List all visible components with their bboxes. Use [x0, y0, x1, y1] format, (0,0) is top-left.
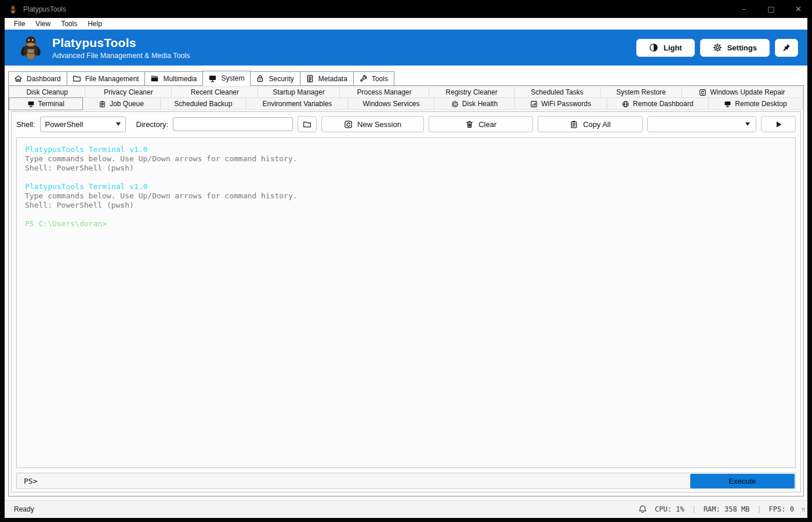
subtab-system-restore[interactable]: System Restore — [600, 86, 682, 98]
tab-label: System — [221, 74, 244, 82]
clear-label: Clear — [478, 120, 496, 129]
maximize-button[interactable]: □ — [757, 0, 785, 18]
subtab-windows-update-repair[interactable]: Windows Update Repair — [682, 86, 803, 98]
status-pi: π — [802, 506, 805, 513]
directory-input[interactable] — [173, 117, 293, 131]
tab-file-management[interactable]: File Management — [67, 71, 146, 86]
tab-system[interactable]: System — [202, 71, 251, 86]
app-window: File View Tools Help PlatypusTools Advan… — [5, 18, 807, 518]
tab-label: Security — [269, 75, 293, 83]
run-button[interactable] — [761, 116, 796, 132]
tab-metadata[interactable]: Metadata — [300, 71, 354, 86]
status-fps: FPS: 0 — [769, 505, 794, 513]
execute-button[interactable]: Execute — [690, 474, 795, 488]
tab-dashboard[interactable]: Dashboard — [8, 71, 67, 86]
subtab-label: Disk Cleanup — [26, 88, 67, 96]
subtab-label: Privacy Cleaner — [104, 88, 153, 96]
copy-all-label: Copy All — [583, 120, 611, 129]
pin-button[interactable] — [775, 39, 798, 57]
menu-file[interactable]: File — [9, 19, 30, 28]
update-repair-icon — [699, 89, 706, 96]
subtab-disk-cleanup[interactable]: Disk Cleanup — [9, 86, 85, 98]
bell-icon[interactable] — [638, 505, 647, 514]
tab-label: Tools — [372, 75, 388, 83]
menu-tools[interactable]: Tools — [56, 19, 82, 28]
terminal-output[interactable]: PlatypusTools Terminal v1.0 Type command… — [16, 137, 796, 468]
subtab-registry-cleaner[interactable]: Registry Cleaner — [429, 86, 514, 98]
terminal-line: Shell: PowerShell (pwsh) — [25, 164, 787, 173]
terminal-line: Shell: PowerShell (pwsh) — [25, 201, 787, 210]
status-separator: | — [692, 505, 696, 513]
lock-icon — [256, 74, 264, 83]
subtab-windows-services[interactable]: Windows Services — [348, 97, 435, 110]
subtab-startup-manager[interactable]: Startup Manager — [258, 86, 339, 98]
theme-toggle-button[interactable]: Light — [636, 39, 695, 57]
tab-label: Metadata — [318, 75, 347, 83]
subtab-label: Job Queue — [110, 100, 144, 108]
terminal-panel: Shell: PowerShell Directory: New Session — [11, 111, 801, 492]
titlebar: PlatypusTools – □ ✕ — [0, 0, 812, 18]
platypus-logo — [17, 34, 44, 61]
queue-select[interactable] — [647, 116, 756, 132]
subtab-wifi-passwords[interactable]: WiFi Passwords — [514, 97, 607, 110]
shell-select-value: PowerShell — [45, 120, 84, 129]
subtab-label: Disk Health — [462, 100, 498, 108]
command-input[interactable] — [37, 477, 690, 485]
terminal-line: PlatypusTools Terminal v1.0 — [25, 145, 787, 154]
clear-button[interactable]: Clear — [429, 116, 533, 132]
monitor-icon — [208, 74, 217, 83]
subtab-recent-cleaner[interactable]: Recent Cleaner — [171, 86, 258, 98]
document-icon — [306, 74, 314, 83]
status-ready: Ready — [14, 505, 34, 513]
terminal-line: Type commands below. Use Up/Down arrows … — [25, 154, 787, 164]
pushpin-icon — [782, 43, 791, 52]
remote-monitor-icon — [724, 100, 731, 108]
status-cpu: CPU: 1% — [655, 505, 684, 513]
menu-view[interactable]: View — [30, 19, 56, 28]
subtab-environment-variables[interactable]: Environment Variables — [246, 97, 348, 110]
terminal-line — [25, 210, 787, 219]
subtab-label: Remote Dashboard — [633, 100, 693, 108]
subtab-scheduled-tasks[interactable]: Scheduled Tasks — [514, 86, 601, 98]
subtab-label: Windows Update Repair — [710, 88, 785, 96]
subtab-label: Startup Manager — [273, 88, 324, 96]
subtab-row-1: Disk Cleanup Privacy Cleaner Recent Clea… — [9, 87, 803, 98]
subtab-label: Process Manager — [357, 88, 411, 96]
subtab-remote-dashboard[interactable]: Remote Dashboard — [607, 97, 709, 110]
subtab-label: Recent Cleaner — [191, 88, 239, 96]
new-session-icon — [344, 120, 353, 129]
clapperboard-icon — [150, 74, 159, 83]
browse-directory-button[interactable] — [298, 116, 317, 132]
terminal-monitor-icon — [27, 100, 35, 108]
menu-help[interactable]: Help — [82, 19, 107, 28]
terminal-prompt-line: PS C:\Users\doran> — [25, 219, 787, 229]
gear-icon — [713, 43, 722, 52]
subtab-job-queue[interactable]: Job Queue — [82, 97, 161, 110]
subtab-terminal[interactable]: Terminal — [9, 97, 83, 110]
close-button[interactable]: ✕ — [785, 0, 812, 18]
home-icon — [14, 74, 23, 83]
subtab-scheduled-backup[interactable]: Scheduled Backup — [160, 97, 247, 110]
terminal-line: Type commands below. Use Up/Down arrows … — [25, 191, 787, 201]
tab-multimedia[interactable]: Multimedia — [144, 71, 203, 86]
tab-security[interactable]: Security — [250, 71, 300, 86]
copy-all-button[interactable]: Copy All — [538, 116, 643, 132]
settings-button[interactable]: Settings — [700, 39, 770, 57]
subtab-disk-health[interactable]: Disk Health — [434, 97, 514, 110]
status-bar: Ready CPU: 1% | RAM: 358 MB | FPS: 0 π — [5, 500, 807, 518]
status-ram: RAM: 358 MB — [704, 505, 749, 513]
subtab-process-manager[interactable]: Process Manager — [339, 86, 430, 98]
subtab-privacy-cleaner[interactable]: Privacy Cleaner — [85, 86, 172, 98]
content-area: Dashboard File Management Multimedia Sys… — [5, 66, 807, 500]
subtab-remote-desktop[interactable]: Remote Desktop — [708, 97, 803, 110]
subtab-label: Remote Desktop — [735, 100, 786, 108]
system-tab-page: Disk Cleanup Privacy Cleaner Recent Clea… — [8, 85, 804, 496]
subtab-label: Scheduled Tasks — [531, 88, 583, 96]
shell-select[interactable]: PowerShell — [40, 117, 126, 132]
header-subtitle: Advanced File Management & Media Tools — [52, 52, 190, 60]
subtab-row-2: Terminal Job Queue Scheduled Backup Envi… — [9, 98, 803, 110]
platypus-app-icon — [8, 4, 18, 14]
tab-tools[interactable]: Tools — [353, 71, 394, 86]
minimize-button[interactable]: – — [730, 0, 757, 18]
new-session-button[interactable]: New Session — [321, 116, 424, 132]
